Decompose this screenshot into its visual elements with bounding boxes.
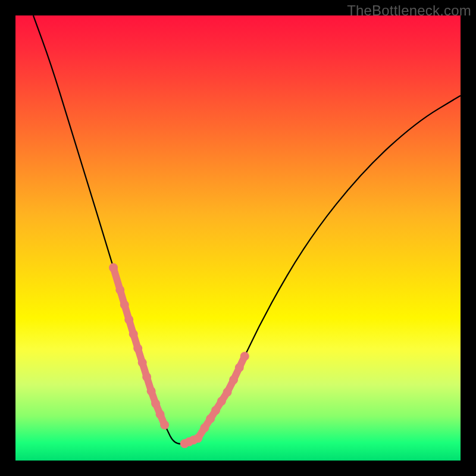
data-point	[223, 388, 232, 397]
data-point	[200, 423, 209, 432]
data-point	[235, 363, 244, 372]
watermark-text: TheBottleneck.com	[347, 2, 471, 19]
chart-area	[15, 15, 461, 461]
data-point	[120, 300, 129, 309]
bottleneck-curve	[33, 15, 461, 444]
data-point	[115, 286, 124, 295]
data-point	[142, 372, 151, 381]
data-point	[229, 375, 238, 384]
data-point	[129, 330, 138, 339]
data-point	[211, 406, 220, 415]
chart-svg	[15, 15, 461, 461]
data-point	[156, 410, 165, 419]
data-point	[124, 315, 133, 324]
data-point	[133, 344, 142, 353]
highlighted-data-points	[109, 263, 249, 448]
data-point	[138, 358, 147, 367]
data-point	[217, 397, 226, 406]
data-point	[147, 387, 156, 396]
data-point	[206, 414, 215, 423]
data-point	[240, 352, 249, 361]
data-point	[109, 263, 118, 272]
data-point	[151, 399, 160, 408]
data-point	[193, 434, 202, 443]
data-point	[160, 421, 169, 430]
